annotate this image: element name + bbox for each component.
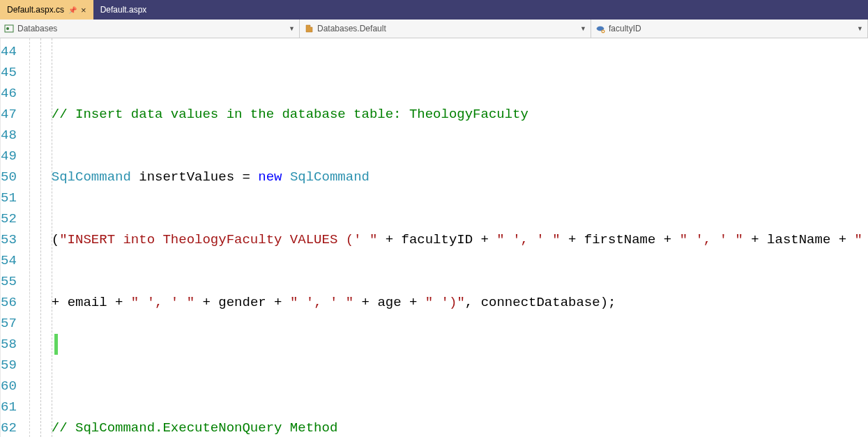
- class-label: Databases.Default: [317, 24, 577, 33]
- variable: gender: [218, 295, 266, 310]
- tab-label: Default.aspx.cs: [7, 5, 64, 15]
- line-number: 48: [1, 125, 17, 146]
- line-number: 59: [1, 355, 17, 376]
- code-editor[interactable]: 44454647484950515253545556575859606162 /…: [0, 38, 868, 437]
- line-number: 61: [1, 397, 17, 417]
- variable: firstName: [584, 232, 656, 247]
- line-number: 45: [1, 62, 17, 83]
- string-literal: "INSERT into TheologyFaculty VALUES (' ": [59, 232, 377, 247]
- tab-default-cs[interactable]: Default.aspx.cs 📌 ×: [0, 0, 93, 20]
- line-number: 53: [1, 229, 17, 250]
- line-number: 46: [1, 83, 17, 104]
- member-dropdown[interactable]: facultyID ▼: [591, 20, 868, 38]
- tab-default-aspx[interactable]: Default.aspx: [93, 0, 154, 20]
- svg-point-1: [6, 27, 9, 30]
- variable: age: [377, 295, 401, 310]
- line-number: 57: [1, 313, 17, 334]
- type-name: SqlCommand: [282, 169, 370, 185]
- variable: connectDatabase: [481, 295, 600, 310]
- code-content[interactable]: // Insert data values in the database ta…: [24, 38, 868, 437]
- member-label: facultyID: [609, 24, 853, 33]
- line-number: 44: [1, 41, 17, 62]
- line-number-gutter: 44454647484950515253545556575859606162: [1, 38, 24, 437]
- line-number: 50: [1, 167, 17, 187]
- variable: lastName: [767, 232, 830, 247]
- type-name: SqlCommand: [52, 169, 131, 185]
- field-icon: [595, 24, 605, 33]
- svg-rect-4: [602, 31, 604, 32]
- tab-label: Default.aspx: [100, 5, 147, 15]
- variable: insertValues: [139, 169, 234, 185]
- class-dropdown[interactable]: Databases.Default ▼: [300, 20, 591, 38]
- variable: facultyID: [402, 232, 473, 247]
- chevron-down-icon: ▼: [289, 25, 295, 32]
- code-comment: // Insert data values in the database ta…: [52, 107, 528, 122]
- line-number: 55: [1, 271, 17, 292]
- keyword: new: [258, 169, 282, 185]
- pin-icon[interactable]: 📌: [68, 6, 77, 14]
- line-number: 54: [1, 250, 17, 271]
- scope-label: Databases: [17, 24, 285, 33]
- line-number: 47: [1, 104, 17, 125]
- navigation-bar: Databases ▼ Databases.Default ▼ facultyI…: [0, 20, 868, 38]
- chevron-down-icon: ▼: [580, 25, 586, 32]
- line-number: 60: [1, 376, 17, 397]
- line-number: 52: [1, 208, 17, 229]
- line-number: 56: [1, 292, 17, 313]
- class-icon: [304, 24, 314, 33]
- code-comment: // SqlCommand.ExecuteNonQuery Method: [52, 420, 337, 436]
- line-number: 51: [1, 187, 17, 208]
- project-icon: [4, 24, 14, 33]
- tab-bar: Default.aspx.cs 📌 × Default.aspx: [0, 0, 868, 20]
- chevron-down-icon: ▼: [857, 25, 863, 32]
- line-number: 49: [1, 146, 17, 167]
- close-icon[interactable]: ×: [81, 5, 86, 15]
- scope-dropdown[interactable]: Databases ▼: [0, 20, 300, 38]
- variable: email: [68, 295, 107, 310]
- line-number: 58: [1, 334, 17, 355]
- line-number: 62: [1, 417, 17, 437]
